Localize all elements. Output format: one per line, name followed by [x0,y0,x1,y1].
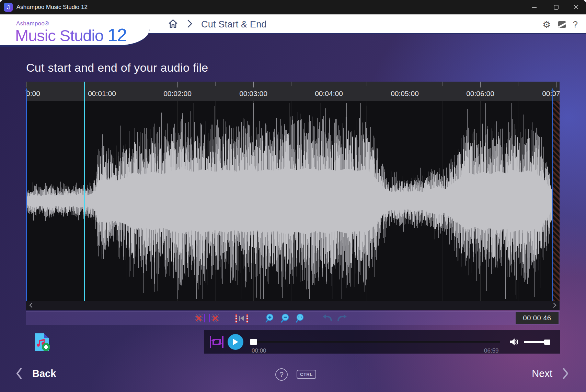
selection-time-display: 00:00:46 [516,312,559,324]
zoom-one-to-one-icon: 1:1 [295,313,305,323]
selection-markers-button[interactable] [234,311,250,325]
back-button[interactable]: Back [16,368,56,379]
trim-after-end-button[interactable] [207,311,220,325]
total-time-label: 06:59 [484,347,499,354]
logo-panel: Ashampoo® Music Studio 12 [0,14,150,47]
header-actions: ⚙ ? [542,14,578,34]
timeline-tick [480,82,481,87]
maximize-icon [553,4,559,10]
start-marker-glyph [204,314,205,322]
waveform-scrollbar[interactable] [26,301,560,310]
zoom-out-button[interactable] [280,311,290,325]
waveform-canvas[interactable] [26,101,560,301]
timeline-tick [64,82,64,86]
play-icon [232,338,239,345]
product-version: 12 [107,25,127,45]
playhead-line[interactable] [84,82,85,301]
timeline-tick [215,82,216,86]
scissors-start-icon[interactable]: ✂ [23,90,30,97]
seek-thumb[interactable] [250,339,257,345]
undo-button[interactable] [321,311,334,325]
add-audio-file-icon [34,333,51,353]
end-marker-glyph [209,314,210,322]
redo-icon [336,314,347,323]
close-icon [573,4,579,10]
waveform-area[interactable] [26,101,560,301]
loop-button[interactable] [209,335,224,351]
selection-right-marker-glyph [246,314,248,323]
home-icon [168,18,179,29]
timeline-label: 00:03:00 [229,90,277,98]
ctrl-shortcut-badge[interactable]: CTRL [297,370,316,379]
app-logo-icon: ♫ [4,3,13,12]
timeline-label: 00:04:00 [305,90,353,98]
window-title: Ashampoo Music Studio 12 [16,0,88,14]
chevron-left-icon [16,368,22,379]
timeline-label: 00:06:00 [456,90,504,98]
timeline-tick [140,82,140,86]
breadcrumb-page-title: Cut Start & End [201,19,267,30]
zoom-in-button[interactable] [264,311,275,325]
product-name: Music Studio [15,26,107,45]
add-audio-file-button[interactable] [34,333,51,353]
maximize-button[interactable] [548,0,564,14]
timeline-tick [291,82,291,86]
timeline-tick [367,82,367,86]
selection-left-marker-glyph [235,314,237,323]
trim-before-start-button[interactable] [194,311,207,325]
timeline-label: 00:05:00 [381,90,429,98]
selection-start-marker[interactable] [26,88,27,301]
speaker-icon [509,337,519,347]
timeline-ruler[interactable]: 00:00:0000:01:0000:02:0000:03:0000:04:00… [26,82,560,101]
help-button[interactable]: ? [573,19,578,30]
timeline-label: 00:02:00 [153,90,202,98]
seek-slider[interactable] [250,341,500,343]
trimmed-end-region [553,101,560,301]
player-bar: 00:00 06:59 [204,330,560,354]
svg-text:1:1: 1:1 [298,316,302,319]
scroll-left-icon[interactable] [29,302,33,308]
breadcrumb-chevron-icon [187,19,193,30]
play-button[interactable] [228,334,243,350]
redo-button[interactable] [336,311,348,325]
undo-icon [322,314,333,323]
zoom-out-icon [280,313,290,323]
timeline-tick [405,82,405,87]
editor-panel: 00:00:0000:01:0000:02:0000:03:0000:04:00… [26,82,560,325]
titlebar: ♫ Ashampoo Music Studio 12 [0,0,586,14]
minimize-icon [531,4,537,10]
feedback-button[interactable] [558,21,566,28]
timeline-tick [329,82,329,87]
volume-button[interactable] [509,337,519,348]
zoom-in-icon [265,313,274,323]
timeline-tick [26,82,26,87]
app-window: ♫ Ashampoo Music Studio 12 Ashampoo® Mus… [0,0,586,392]
footer-help-button[interactable]: ? [275,368,288,381]
scroll-right-icon[interactable] [553,302,557,308]
trim-after-end-icon [211,314,219,322]
minimize-button[interactable] [526,0,542,14]
next-button[interactable]: Next [532,368,569,379]
loop-icon [209,335,224,349]
timeline-tick [556,82,556,87]
zoom-one-to-one-button[interactable]: 1:1 [294,311,305,325]
current-time-label: 00:00 [252,347,266,354]
timeline-tick [102,82,102,87]
back-label: Back [32,368,56,379]
skip-to-start-icon [239,315,245,322]
volume-knob[interactable] [544,340,550,345]
trim-before-start-icon [195,314,203,322]
product-logo: Music Studio 12 [15,25,127,45]
timeline-label: 00:01:00 [78,90,126,98]
timeline-tick [518,82,518,86]
settings-button[interactable]: ⚙ [542,19,551,30]
chevron-right-icon [563,368,569,379]
home-button[interactable] [168,18,179,31]
next-label: Next [532,368,552,379]
timeline-tick [253,82,254,87]
scissors-end-icon[interactable]: ✂ [549,90,556,97]
page-title: Cut start and end of your audio file [26,61,208,74]
timeline-tick [443,82,443,86]
close-button[interactable] [568,0,584,14]
selection-end-marker[interactable] [552,88,553,301]
